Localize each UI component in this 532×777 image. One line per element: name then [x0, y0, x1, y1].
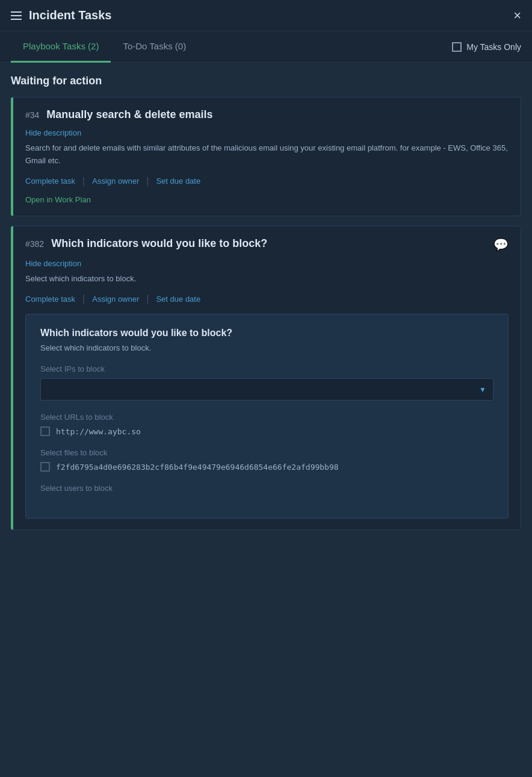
url-checkbox-0[interactable] [40, 426, 50, 436]
task-card-382: #382 Which indicators would you like to … [11, 226, 521, 531]
file-checkbox-item-0: f2fd6795a4d0e696283b2cf86b4f9e49479e6946… [40, 462, 493, 472]
separator-4: | [146, 293, 149, 304]
select-users-label: Select users to block [40, 484, 493, 493]
task-card-header-382: #382 Which indicators would you like to … [25, 237, 509, 252]
complete-task-btn-382[interactable]: Complete task [25, 295, 82, 304]
hamburger-icon[interactable] [11, 11, 22, 20]
task-id-title-382: #382 Which indicators would you like to … [25, 237, 267, 250]
select-ips-input[interactable] [40, 378, 493, 401]
assign-owner-btn-382[interactable]: Assign owner [92, 295, 146, 304]
file-checkbox-label-0: f2fd6795a4d0e696283b2cf86b4f9e49479e6946… [56, 463, 339, 472]
task-actions-382: Complete task | Assign owner | Set due d… [25, 293, 509, 304]
select-files-label: Select files to block [40, 448, 493, 457]
set-due-date-btn-382[interactable]: Set due date [156, 295, 208, 304]
hide-description-link-382[interactable]: Hide description [25, 259, 81, 268]
select-urls-label: Select URLs to block [40, 413, 493, 422]
tabs-row: Playbook Tasks (2) To-Do Tasks (0) My Ta… [0, 31, 532, 63]
chat-icon-382[interactable]: 💬 [493, 237, 509, 252]
my-tasks-checkbox[interactable] [452, 42, 462, 52]
task-description-34: Search for and delete emails with simila… [25, 142, 509, 167]
tab-playbook-tasks[interactable]: Playbook Tasks (2) [11, 31, 111, 63]
incident-tasks-panel: Incident Tasks × Playbook Tasks (2) To-D… [0, 0, 532, 777]
task-id-382: #382 [25, 239, 44, 249]
panel-header: Incident Tasks × [0, 0, 532, 31]
task-id-title: #34 Manually search & delete emails [25, 108, 213, 121]
separator-2: | [146, 176, 149, 187]
url-checkbox-label-0: http://www.aybc.so [56, 427, 141, 436]
url-checkbox-item-0: http://www.aybc.so [40, 426, 493, 436]
panel-title: Incident Tasks [29, 8, 111, 22]
separator-1: | [82, 176, 85, 187]
section-heading: Waiting for action [11, 75, 521, 87]
task-id-34: #34 [25, 110, 39, 120]
task-form-382: Which indicators would you like to block… [25, 314, 509, 519]
select-ips-field: Select IPs to block ▼ [40, 364, 493, 401]
task-actions-34: Complete task | Assign owner | Set due d… [25, 176, 509, 187]
complete-task-btn-34[interactable]: Complete task [25, 176, 82, 186]
tasks-content: Waiting for action #34 Manually search &… [0, 63, 532, 777]
set-due-date-btn-34[interactable]: Set due date [156, 176, 208, 186]
my-tasks-filter: My Tasks Only [452, 35, 521, 59]
file-checkbox-0[interactable] [40, 462, 50, 472]
tabs-left: Playbook Tasks (2) To-Do Tasks (0) [11, 31, 452, 62]
assign-owner-btn-34[interactable]: Assign owner [92, 176, 146, 186]
task-description-382: Select which indicators to block. [25, 273, 509, 286]
separator-3: | [82, 293, 85, 304]
select-ips-wrapper: ▼ [40, 378, 493, 401]
select-files-field: Select files to block f2fd6795a4d0e69628… [40, 448, 493, 472]
task-title-382: Which indicators would you like to block… [51, 237, 267, 250]
task-form-title: Which indicators would you like to block… [40, 328, 493, 339]
close-icon[interactable]: × [513, 9, 521, 22]
header-left: Incident Tasks [11, 8, 111, 22]
task-card-header: #34 Manually search & delete emails [25, 108, 509, 121]
select-users-field: Select users to block [40, 484, 493, 493]
hide-description-link-34[interactable]: Hide description [25, 128, 81, 137]
select-urls-field: Select URLs to block http://www.aybc.so [40, 413, 493, 436]
tab-todo-tasks[interactable]: To-Do Tasks (0) [111, 31, 198, 63]
task-title-34: Manually search & delete emails [46, 108, 212, 121]
select-ips-label: Select IPs to block [40, 364, 493, 373]
task-card-34: #34 Manually search & delete emails Hide… [11, 97, 521, 216]
task-form-desc: Select which indicators to block. [40, 343, 493, 352]
open-work-plan-link-34[interactable]: Open in Work Plan [25, 195, 91, 204]
my-tasks-label[interactable]: My Tasks Only [466, 42, 521, 52]
